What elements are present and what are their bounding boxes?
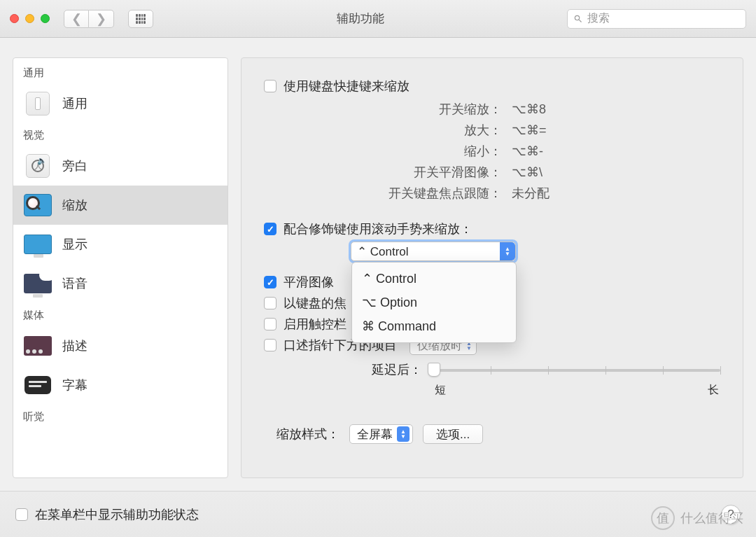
slider-thumb[interactable] <box>428 363 440 377</box>
row-scroll-gesture: 配合修饰键使用滚动手势来缩放： <box>264 221 720 237</box>
shortcut-row: 缩小：⌥⌘- <box>362 141 720 162</box>
modifier-key-dropdown: ⌃ Control⌥ Option⌘ Command <box>351 262 517 343</box>
zoom-style-select[interactable]: 全屏幕 ▲▼ <box>349 424 413 444</box>
footer: 在菜单栏中显示辅助功能状态 ? <box>0 491 756 537</box>
label-smooth: 平滑图像 <box>284 274 334 291</box>
shortcut-name: 开关缩放： <box>362 99 502 120</box>
zoom-style-row: 缩放样式： 全屏幕 ▲▼ 选项... <box>264 424 720 444</box>
shortcut-row: 放大：⌥⌘= <box>362 120 720 141</box>
watermark-text: 什么值得买 <box>680 510 743 526</box>
delay-label: 延迟后： <box>348 361 422 378</box>
delay-slider[interactable] <box>433 361 720 379</box>
shortcut-row: 开关键盘焦点跟随：未分配 <box>362 183 720 204</box>
checkbox-menubar-status[interactable] <box>15 508 28 521</box>
grid-icon <box>136 14 146 24</box>
forward-button[interactable]: ❯ <box>89 10 114 28</box>
checkbox-kb-focus[interactable] <box>264 297 276 309</box>
sidebar-item-captions[interactable]: 字幕 <box>13 365 227 405</box>
checkbox-smooth[interactable] <box>264 276 276 288</box>
shortcut-list: 开关缩放：⌥⌘8放大：⌥⌘=缩小：⌥⌘-开关平滑图像：⌥⌘\开关键盘焦点跟随：未… <box>362 99 720 204</box>
modifier-key-value: ⌃ Control <box>357 244 409 259</box>
sidebar-item-label: 旁白 <box>62 158 88 174</box>
search-input[interactable]: 搜索 <box>567 9 746 29</box>
zoom-style-label: 缩放样式： <box>264 426 340 442</box>
dropdown-option[interactable]: ⌃ Control <box>352 267 516 291</box>
slider-track <box>433 369 720 372</box>
sidebar-section-header: 媒体 <box>13 303 227 326</box>
shortcut-keys: ⌥⌘- <box>512 141 589 162</box>
label-touchbar: 启用触控栏 <box>284 316 346 333</box>
watermark: 值 什么值得买 <box>651 506 743 530</box>
sidebar-item-general[interactable]: 通用 <box>13 84 227 123</box>
shortcut-name: 开关键盘焦点跟随： <box>362 183 502 204</box>
dropdown-option[interactable]: ⌘ Command <box>352 314 516 338</box>
sidebar-item-label: 显示 <box>62 236 88 253</box>
label-kb-focus: 以键盘的焦 <box>284 295 346 312</box>
checkbox-scroll-gesture[interactable] <box>264 223 276 235</box>
search-placeholder: 搜索 <box>587 11 610 26</box>
shortcut-name: 开关平滑图像： <box>362 162 502 183</box>
shortcut-name: 放大： <box>362 120 502 141</box>
sidebar-item-description[interactable]: 描述 <box>13 326 227 365</box>
sidebar-item-label: 语音 <box>62 275 88 292</box>
back-button[interactable]: ❮ <box>64 10 89 28</box>
label-kb-shortcuts: 使用键盘快捷键来缩放 <box>284 78 410 95</box>
sidebar-item-label: 字幕 <box>62 377 88 393</box>
checkbox-speak[interactable] <box>264 339 276 351</box>
main-pane: 使用键盘快捷键来缩放 开关缩放：⌥⌘8放大：⌥⌘=缩小：⌥⌘-开关平滑图像：⌥⌘… <box>241 57 743 478</box>
description-icon <box>23 333 52 358</box>
sidebar-item-speech[interactable]: 语音 <box>13 264 227 303</box>
sidebar-item-label: 通用 <box>62 95 88 112</box>
modifier-key-select[interactable]: ⌃ Control ▲▼ ⌃ Control⌥ Option⌘ Command <box>351 242 516 261</box>
shortcut-row: 开关缩放：⌥⌘8 <box>362 99 720 120</box>
sidebar-item-display[interactable]: 显示 <box>13 225 227 264</box>
sidebar-section-header: 视觉 <box>13 123 227 146</box>
sidebar-section-header: 听觉 <box>13 405 227 428</box>
sidebar-item-zoom[interactable]: 缩放 <box>13 186 227 225</box>
dropdown-option[interactable]: ⌥ Option <box>352 291 516 314</box>
speech-icon <box>23 271 52 296</box>
sidebar-section-header: 通用 <box>13 61 227 84</box>
shortcut-keys: ⌥⌘8 <box>512 99 589 120</box>
options-button[interactable]: 选项... <box>423 424 483 444</box>
window-controls <box>10 14 50 23</box>
chevron-updown-icon: ▲▼ <box>397 426 410 442</box>
display-icon <box>23 232 52 257</box>
sidebar-item-voiceover[interactable]: 人旁白 <box>13 146 227 186</box>
delay-row: 延迟后： <box>348 361 720 379</box>
titlebar: ❮ ❯ 辅助功能 搜索 <box>0 0 756 38</box>
content: 通用通用视觉人旁白缩放显示语音媒体描述字幕听觉 使用键盘快捷键来缩放 开关缩放：… <box>0 38 756 491</box>
slider-labels: 短 长 <box>433 383 720 398</box>
checkbox-kb-shortcuts[interactable] <box>264 80 276 92</box>
captions-icon <box>23 372 52 398</box>
minimize-icon[interactable] <box>25 14 34 23</box>
slider-max-label: 长 <box>708 383 719 398</box>
row-kb-shortcuts: 使用键盘快捷键来缩放 <box>264 78 720 95</box>
zoom-icon <box>23 193 52 218</box>
voiceover-icon: 人 <box>23 153 52 179</box>
nav-buttons: ❮ ❯ <box>64 10 114 28</box>
general-icon <box>23 91 52 116</box>
sidebar[interactable]: 通用通用视觉人旁白缩放显示语音媒体描述字幕听觉 <box>13 57 228 478</box>
sidebar-item-label: 描述 <box>62 337 88 354</box>
shortcut-row: 开关平滑图像：⌥⌘\ <box>362 162 720 183</box>
zoom-style-value: 全屏幕 <box>357 426 393 442</box>
close-icon[interactable] <box>10 14 19 23</box>
chevron-updown-icon: ▲▼ <box>500 242 515 260</box>
slider-min-label: 短 <box>435 383 446 398</box>
shortcut-keys: ⌥⌘\ <box>512 162 589 183</box>
label-menubar-status: 在菜单栏中显示辅助功能状态 <box>35 506 199 523</box>
sidebar-item-label: 缩放 <box>62 197 88 214</box>
show-all-button[interactable] <box>128 10 153 28</box>
shortcut-keys: ⌥⌘= <box>512 120 589 141</box>
shortcut-name: 缩小： <box>362 141 502 162</box>
shortcut-keys: 未分配 <box>512 183 589 204</box>
window-title: 辅助功能 <box>162 11 559 27</box>
search-icon <box>573 14 583 24</box>
maximize-icon[interactable] <box>41 14 50 23</box>
label-scroll-gesture: 配合修饰键使用滚动手势来缩放： <box>284 221 472 237</box>
watermark-icon: 值 <box>651 506 675 530</box>
checkbox-touchbar[interactable] <box>264 318 276 330</box>
